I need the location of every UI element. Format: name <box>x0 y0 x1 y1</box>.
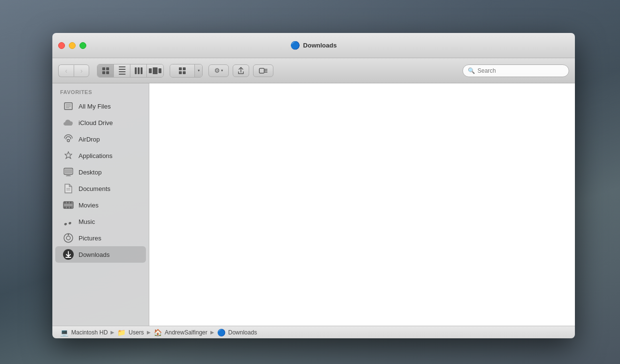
sidebar-item-pictures[interactable]: Pictures <box>55 230 146 246</box>
share-button[interactable] <box>233 64 249 77</box>
status-bar: 💻 Macintosh HD ▶ 📁 Users ▶ 🏠 AndrewSalfi… <box>52 326 575 338</box>
share-icon <box>238 67 244 75</box>
sidebar-item-label: Downloads <box>79 251 110 258</box>
svg-rect-20 <box>70 202 71 204</box>
window-title: Downloads <box>303 42 336 49</box>
breadcrumb-label: Users <box>128 329 143 336</box>
view-columns-button[interactable] <box>130 64 147 77</box>
breadcrumb-user[interactable]: 🏠 AndrewSalfinger <box>154 329 207 336</box>
forward-button[interactable]: › <box>74 64 89 77</box>
sidebar-item-desktop[interactable]: Desktop <box>55 164 146 180</box>
svg-point-25 <box>66 236 70 240</box>
gear-icon: ⚙ <box>214 67 220 74</box>
title-bar: 🔵 Downloads <box>52 33 575 58</box>
pictures-icon <box>63 233 74 243</box>
sidebar-item-all-my-files[interactable]: All My Files <box>55 98 146 114</box>
svg-rect-23 <box>70 206 71 208</box>
group-by-button[interactable] <box>170 64 194 77</box>
users-folder-icon: 📁 <box>117 329 126 336</box>
view-buttons <box>97 64 164 78</box>
list-view-icon <box>119 66 126 75</box>
breadcrumb-arrow-2: ▶ <box>147 330 151 335</box>
download-arrow-icon <box>65 251 71 258</box>
user-home-icon: 🏠 <box>154 329 162 336</box>
svg-rect-0 <box>259 68 264 73</box>
breadcrumb-label: AndrewSalfinger <box>165 329 207 336</box>
minimize-button[interactable] <box>69 42 76 49</box>
group-dropdown-button[interactable]: ▾ <box>194 64 202 77</box>
main-file-area[interactable] <box>149 83 575 326</box>
group-view-icon <box>179 67 186 74</box>
sidebar-item-documents[interactable]: Documents <box>55 180 146 197</box>
close-button[interactable] <box>58 42 65 49</box>
applications-icon <box>63 150 74 161</box>
sidebar-item-label: All My Files <box>79 103 111 110</box>
tag-icon <box>259 67 268 74</box>
action-button[interactable]: ⚙ ▾ <box>208 64 229 77</box>
finder-window: 🔵 Downloads ‹ › <box>52 33 575 338</box>
breadcrumb-macintosh-hd[interactable]: 💻 Macintosh HD <box>60 329 108 336</box>
toolbar: ‹ › <box>52 58 575 83</box>
svg-rect-11 <box>67 174 70 175</box>
movies-icon <box>63 200 74 210</box>
sidebar-item-downloads[interactable]: Downloads <box>55 246 146 263</box>
breadcrumb-arrow-3: ▶ <box>210 330 214 335</box>
svg-rect-18 <box>64 202 65 204</box>
sidebar-section-label: Favorites <box>52 89 149 98</box>
sidebar: Favorites All My Files <box>52 83 149 326</box>
action-dropdown-icon: ▾ <box>221 68 223 73</box>
svg-point-26 <box>68 234 69 236</box>
downloads-folder-icon: 🔵 <box>217 329 225 336</box>
chevron-down-icon: ▾ <box>198 68 200 73</box>
grid-view-icon <box>102 67 109 74</box>
search-bar[interactable]: 🔍 <box>462 64 569 77</box>
back-button[interactable]: ‹ <box>58 64 74 77</box>
sidebar-item-movies[interactable]: Movies <box>55 197 146 213</box>
svg-rect-12 <box>66 175 71 176</box>
tag-button[interactable] <box>253 64 273 77</box>
breadcrumb-downloads[interactable]: 🔵 Downloads <box>217 329 257 336</box>
sidebar-item-label: Movies <box>79 202 98 209</box>
documents-icon <box>63 183 74 194</box>
breadcrumb-label: Downloads <box>228 329 257 336</box>
svg-point-8 <box>67 140 70 142</box>
window-title-icon: 🔵 <box>290 41 300 50</box>
svg-rect-19 <box>67 202 68 204</box>
sidebar-item-label: Documents <box>79 185 111 192</box>
columns-view-icon <box>135 67 143 74</box>
sidebar-item-label: AirDrop <box>79 136 100 143</box>
sidebar-item-music[interactable]: Music <box>55 213 146 230</box>
sidebar-item-label: Pictures <box>79 235 101 242</box>
macintosh-hd-icon: 💻 <box>60 329 68 336</box>
svg-rect-10 <box>64 169 73 174</box>
sidebar-item-label: Desktop <box>79 169 102 176</box>
sidebar-item-airdrop[interactable]: AirDrop <box>55 131 146 147</box>
desktop-icon <box>63 167 74 177</box>
all-my-files-icon <box>63 101 74 111</box>
view-icon-button[interactable] <box>97 64 114 77</box>
breadcrumb-label: Macintosh HD <box>71 329 108 336</box>
svg-rect-21 <box>64 206 65 208</box>
search-icon: 🔍 <box>468 67 475 74</box>
view-list-button[interactable] <box>114 64 130 77</box>
sidebar-item-label: Applications <box>79 152 112 159</box>
sidebar-item-applications[interactable]: Applications <box>55 147 146 164</box>
music-icon <box>63 216 74 227</box>
svg-rect-22 <box>67 206 68 208</box>
window-title-area: 🔵 Downloads <box>290 41 336 50</box>
airdrop-icon <box>63 134 74 144</box>
breadcrumb-arrow-1: ▶ <box>111 330 114 335</box>
sidebar-item-icloud-drive[interactable]: iCloud Drive <box>55 114 146 131</box>
content-area: Favorites All My Files <box>52 83 575 326</box>
maximize-button[interactable] <box>79 42 86 49</box>
sidebar-item-label: Music <box>79 218 95 225</box>
breadcrumb-users[interactable]: 📁 Users <box>117 329 143 336</box>
traffic-lights <box>58 42 86 49</box>
search-input[interactable] <box>477 67 564 74</box>
icloud-drive-icon <box>63 117 74 128</box>
view-cover-button[interactable] <box>147 64 163 77</box>
nav-buttons: ‹ › <box>58 64 89 77</box>
sidebar-item-label: iCloud Drive <box>79 119 113 127</box>
downloads-icon <box>63 249 74 260</box>
